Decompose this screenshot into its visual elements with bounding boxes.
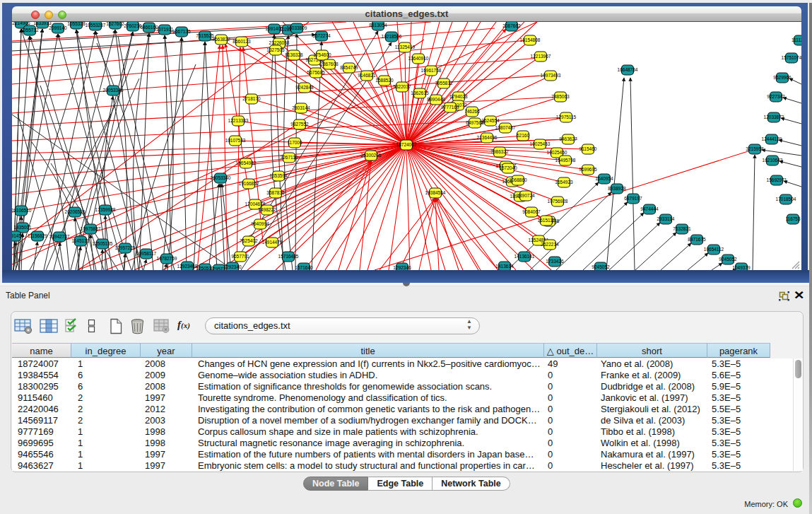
svg-text:8136328: 8136328 [285, 52, 303, 57]
svg-text:3215958: 3215958 [746, 146, 764, 151]
svg-text:1572040: 1572040 [499, 165, 517, 170]
svg-text:2867608: 2867608 [320, 62, 339, 66]
svg-text:2214906: 2214906 [12, 22, 30, 25]
svg-text:9115460: 9115460 [579, 146, 597, 151]
svg-text:1071911: 1071911 [156, 27, 174, 32]
svg-text:1292346: 1292346 [393, 265, 411, 270]
svg-text:1527602: 1527602 [106, 22, 124, 26]
svg-text:11325419: 11325419 [395, 45, 416, 49]
svg-text:14914479: 14914479 [262, 240, 283, 245]
svg-text:10654112: 10654112 [704, 247, 724, 252]
svg-text:17957225: 17957225 [115, 245, 136, 250]
svg-text:15751074: 15751074 [782, 55, 801, 60]
svg-text:10975887: 10975887 [81, 226, 101, 231]
svg-text:2718170: 2718170 [242, 96, 261, 101]
svg-text:1055328: 1055328 [67, 22, 86, 26]
svg-text:62160: 62160 [517, 133, 529, 138]
svg-text:116753: 116753 [785, 216, 801, 221]
svg-text:1353594: 1353594 [269, 173, 288, 178]
svg-text:7632821: 7632821 [673, 226, 691, 231]
svg-text:9084067: 9084067 [522, 209, 541, 214]
svg-text:7625402: 7625402 [240, 238, 258, 243]
svg-text:12213967: 12213967 [531, 54, 551, 59]
svg-text:10958117: 10958117 [136, 251, 157, 256]
svg-text:12213383: 12213383 [228, 118, 249, 123]
svg-text:9777169: 9777169 [441, 105, 459, 110]
svg-text:16961758: 16961758 [421, 68, 442, 73]
svg-text:9940994: 9940994 [251, 221, 269, 226]
svg-text:3587835: 3587835 [266, 190, 285, 195]
svg-text:19384554: 19384554 [425, 190, 446, 195]
svg-text:9699695: 9699695 [579, 167, 597, 172]
svg-text:9827552: 9827552 [290, 122, 309, 127]
svg-text:8454749: 8454749 [340, 65, 358, 70]
svg-text:10807487: 10807487 [495, 125, 516, 130]
svg-text:10107533: 10107533 [225, 138, 246, 143]
svg-text:1145131: 1145131 [72, 238, 90, 243]
svg-text:12975115: 12975115 [556, 115, 577, 119]
svg-text:7986322: 7986322 [490, 149, 509, 154]
svg-text:4055712: 4055712 [20, 28, 39, 33]
svg-text:5675685: 5675685 [307, 70, 325, 75]
svg-text:15692971: 15692971 [767, 177, 787, 182]
svg-text:10973493: 10973493 [541, 73, 561, 78]
svg-text:10025450: 10025450 [547, 150, 567, 155]
svg-text:16154808: 16154808 [520, 37, 541, 42]
svg-text:15495798: 15495798 [555, 158, 576, 163]
svg-text:1413614: 1413614 [495, 264, 514, 269]
svg-text:5322037: 5322037 [393, 84, 411, 89]
svg-text:3267110: 3267110 [281, 155, 298, 160]
svg-text:8990448: 8990448 [427, 97, 445, 102]
svg-text:7955812: 7955812 [435, 81, 453, 86]
svg-text:9474444: 9474444 [640, 206, 659, 211]
svg-text:9227342: 9227342 [767, 94, 785, 99]
svg-text:12505135: 12505135 [93, 241, 113, 246]
svg-text:1615112: 1615112 [538, 218, 555, 223]
svg-text:1362615: 1362615 [411, 90, 429, 95]
svg-text:20206526: 20206526 [65, 209, 86, 214]
svg-text:8813054: 8813054 [369, 23, 387, 28]
svg-text:3624554: 3624554 [481, 118, 500, 123]
svg-text:1571640: 1571640 [295, 265, 313, 270]
svg-text:9463627: 9463627 [559, 136, 577, 141]
svg-text:9391455: 9391455 [12, 233, 24, 238]
svg-text:117006: 117006 [287, 140, 302, 145]
svg-text:12444129: 12444129 [762, 136, 782, 141]
svg-text:10756928: 10756928 [548, 199, 568, 204]
svg-text:17018504: 17018504 [776, 197, 796, 201]
svg-text:1327505: 1327505 [266, 47, 285, 52]
svg-text:1654923: 1654923 [555, 180, 573, 185]
svg-text:7515525: 7515525 [196, 33, 214, 38]
svg-text:2933114: 2933114 [657, 216, 675, 221]
svg-text:19218506: 19218506 [382, 34, 402, 39]
svg-text:1640954: 1640954 [595, 176, 613, 181]
svg-text:25300205: 25300205 [361, 153, 382, 158]
svg-text:9245052: 9245052 [719, 257, 737, 262]
svg-text:2522214: 2522214 [541, 242, 559, 247]
svg-text:3572274: 3572274 [312, 33, 331, 38]
svg-text:19166852: 19166852 [239, 181, 259, 186]
svg-text:746266: 746266 [464, 109, 480, 114]
svg-text:9146821: 9146821 [358, 73, 376, 78]
svg-text:10553287: 10553287 [86, 23, 106, 28]
svg-text:2099140: 2099140 [49, 25, 67, 30]
svg-text:19654982: 19654982 [236, 160, 257, 165]
svg-text:15716485: 15716485 [278, 254, 299, 259]
svg-text:20053340: 20053340 [211, 175, 231, 180]
svg-text:1049379: 1049379 [732, 265, 751, 270]
svg-text:21364436: 21364436 [477, 135, 498, 140]
svg-text:10025453: 10025453 [530, 141, 551, 146]
svg-text:2803144: 2803144 [292, 105, 310, 110]
svg-text:8471675: 8471675 [688, 237, 706, 242]
svg-text:1754600: 1754600 [313, 52, 331, 57]
svg-text:16782759: 16782759 [157, 256, 177, 261]
svg-text:17359928: 17359928 [95, 207, 116, 212]
svg-text:7663822: 7663822 [212, 37, 230, 42]
svg-text:9242848: 9242848 [295, 85, 314, 90]
svg-text:11156829: 11156829 [28, 233, 47, 238]
svg-text:12923468: 12923468 [177, 264, 198, 269]
svg-text:6879197: 6879197 [624, 196, 642, 201]
svg-text:5498222: 5498222 [258, 207, 276, 212]
svg-text:1588520: 1588520 [375, 78, 394, 83]
svg-text:9529966: 9529966 [773, 75, 792, 80]
